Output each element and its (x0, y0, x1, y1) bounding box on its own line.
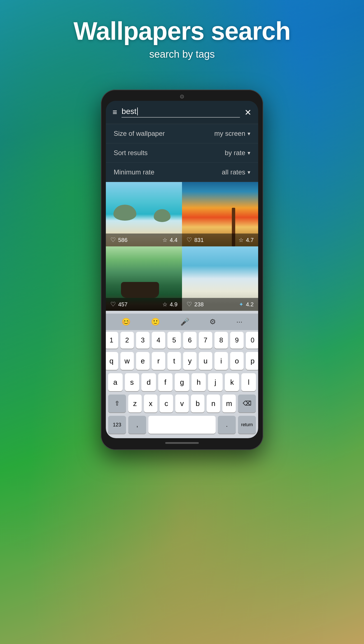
search-bar: ≡ best ✕ (106, 101, 258, 124)
kb-comma-key[interactable]: , (128, 416, 146, 434)
kb-key-j[interactable]: j (208, 373, 223, 391)
kb-more-btn[interactable]: ··· (236, 318, 242, 326)
wallpaper-cell-1[interactable]: ♡ 586 ☆ 4.4 (106, 182, 182, 246)
kb-period-key[interactable]: . (218, 416, 236, 434)
search-cursor (137, 108, 138, 115)
wallpaper-rating-val-2: 4.7 (246, 237, 254, 243)
kb-key-i[interactable]: i (214, 352, 228, 370)
kb-key-f[interactable]: f (158, 373, 173, 391)
keyboard: 😊 🙂 🎤 ⚙ ··· 1 2 3 4 5 6 7 8 9 (106, 311, 258, 438)
kb-key-a[interactable]: a (108, 373, 123, 391)
phone-top-bar (106, 95, 258, 99)
filter-sort-dropdown-icon: ▾ (248, 150, 250, 156)
kb-key-t[interactable]: t (167, 352, 181, 370)
kb-key-d[interactable]: d (141, 373, 156, 391)
kb-emoji-btn[interactable]: 😊 (122, 318, 130, 326)
kb-backspace-key[interactable]: ⌫ (238, 395, 256, 412)
kb-key-5[interactable]: 5 (167, 332, 181, 349)
wallpaper-rating-val-4: 4.2 (246, 301, 254, 308)
kb-key-r[interactable]: r (152, 352, 165, 370)
kb-key-v[interactable]: v (175, 395, 189, 412)
kb-key-u[interactable]: u (199, 352, 212, 370)
phone-screen: ≡ best ✕ Size of wallpaper my screen ▾ S… (106, 101, 258, 438)
kb-key-3[interactable]: 3 (136, 332, 150, 349)
hamburger-icon[interactable]: ≡ (113, 108, 117, 116)
wallpaper-rating-4: ✦ 4.2 (239, 301, 254, 308)
kb-key-o[interactable]: o (230, 352, 244, 370)
kb-settings-btn[interactable]: ⚙ (209, 318, 216, 326)
filter-size-value[interactable]: my screen ▾ (214, 130, 250, 137)
kb-key-l[interactable]: l (241, 373, 256, 391)
kb-key-0[interactable]: 0 (246, 332, 258, 349)
wallpaper-cell-2[interactable]: ♡ 831 ☆ 4.7 (182, 182, 258, 246)
filter-rate-row[interactable]: Minimum rate all rates ▾ (106, 163, 258, 182)
kb-key-c[interactable]: c (160, 395, 173, 412)
kb-key-2[interactable]: 2 (120, 332, 134, 349)
wallpaper-overlay-1: ♡ 586 ☆ 4.4 (106, 234, 182, 246)
filter-rate-value[interactable]: all rates ▾ (222, 168, 250, 176)
kb-key-b[interactable]: b (191, 395, 204, 412)
kb-key-7[interactable]: 7 (199, 332, 212, 349)
kb-key-g[interactable]: g (175, 373, 189, 391)
kb-key-1[interactable]: 1 (106, 332, 118, 349)
kb-sticker-btn[interactable]: 🙂 (151, 318, 160, 326)
star-icon-2: ☆ (239, 237, 244, 243)
kb-key-p[interactable]: p (246, 352, 258, 370)
wallpaper-likes-count-2: 831 (194, 237, 204, 243)
kb-shift-key[interactable]: ⇧ (108, 395, 126, 412)
wallpaper-cell-4[interactable]: ♡ 238 ✦ 4.2 (182, 246, 258, 311)
keyboard-numbers-row: 1 2 3 4 5 6 7 8 9 0 (106, 330, 258, 350)
kb-key-e[interactable]: e (136, 352, 150, 370)
kb-key-9[interactable]: 9 (230, 332, 244, 349)
filter-size-dropdown-icon: ▾ (248, 130, 250, 137)
kb-key-y[interactable]: y (183, 352, 197, 370)
heart-icon-4: ♡ (186, 301, 192, 308)
keyboard-row-3: ⇧ z x c v b n m ⌫ (106, 393, 258, 414)
phone-frame: ≡ best ✕ Size of wallpaper my screen ▾ S… (101, 90, 263, 450)
kb-key-x[interactable]: x (144, 395, 157, 412)
kb-key-k[interactable]: k (225, 373, 239, 391)
filter-sort-value[interactable]: by rate ▾ (225, 149, 250, 157)
page-subtitle: search by tags (0, 48, 364, 60)
close-icon[interactable]: ✕ (244, 108, 251, 117)
wallpaper-overlay-3: ♡ 457 ☆ 4.9 (106, 298, 182, 311)
kb-key-6[interactable]: 6 (183, 332, 197, 349)
filter-size-row[interactable]: Size of wallpaper my screen ▾ (106, 124, 258, 143)
kb-key-z[interactable]: z (128, 395, 142, 412)
kb-key-4[interactable]: 4 (152, 332, 165, 349)
kb-numbers-switch[interactable]: 123 (108, 416, 126, 434)
wallpaper-rating-1: ☆ 4.4 (162, 237, 178, 243)
kb-mic-btn[interactable]: 🎤 (180, 318, 189, 326)
wallpaper-rating-val-3: 4.9 (170, 301, 178, 308)
wallpaper-likes-count-4: 238 (194, 301, 204, 308)
kb-key-8[interactable]: 8 (214, 332, 228, 349)
phone-camera (180, 95, 184, 99)
kb-key-h[interactable]: h (192, 373, 206, 391)
wallpaper-rating-2: ☆ 4.7 (239, 237, 254, 243)
keyboard-bottom-row: 123 , . return (106, 414, 258, 438)
wallpaper-cell-3[interactable]: ♡ 457 ☆ 4.9 (106, 246, 182, 311)
filter-sort-label: Sort results (114, 149, 148, 157)
kb-key-q[interactable]: q (106, 352, 118, 370)
kb-key-m[interactable]: m (222, 395, 236, 412)
star-icon-4: ✦ (239, 301, 244, 308)
search-input-area[interactable]: best (122, 107, 240, 118)
heart-icon-1: ♡ (110, 236, 116, 244)
star-icon-1: ☆ (162, 237, 167, 243)
filter-sort-row[interactable]: Sort results by rate ▾ (106, 143, 258, 163)
wallpaper-likes-4: ♡ 238 (186, 301, 204, 308)
kb-key-s[interactable]: s (125, 373, 139, 391)
kb-space-key[interactable] (148, 416, 216, 434)
search-query: best (122, 107, 136, 116)
heart-icon-2: ♡ (186, 236, 192, 244)
keyboard-row-1: q w e r t y u i o p (106, 350, 258, 372)
kb-key-n[interactable]: n (207, 395, 220, 412)
wallpaper-likes-count-3: 457 (118, 301, 127, 308)
kb-key-w[interactable]: w (120, 352, 134, 370)
wallpaper-overlay-2: ♡ 831 ☆ 4.7 (182, 234, 258, 246)
wallpaper-overlay-4: ♡ 238 ✦ 4.2 (182, 298, 258, 311)
wallpaper-likes-count-1: 586 (118, 237, 127, 243)
kb-return-key[interactable]: return (238, 416, 256, 434)
filter-sort-text: by rate (225, 149, 245, 157)
phone-wrapper: ≡ best ✕ Size of wallpaper my screen ▾ S… (101, 90, 263, 450)
